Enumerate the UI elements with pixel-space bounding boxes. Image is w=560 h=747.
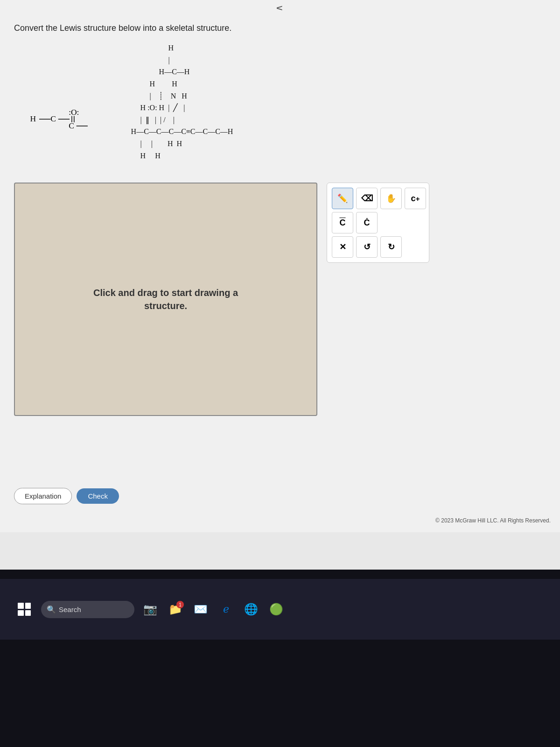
hand-tool-button[interactable]: ✋ [380, 188, 402, 209]
c-minus-tool-button[interactable]: C [332, 212, 353, 233]
main-content: ∨ Convert the Lewis structure below into… [0, 0, 560, 532]
question-text: Convert the Lewis structure below into a… [14, 23, 546, 33]
taskbar: 🔍 📷 📁 1 ✉️ ℯ 🌐 🟢 [0, 579, 560, 640]
drawing-area-container: Click and drag to start drawing a struct… [14, 183, 546, 416]
undo-tool-button[interactable]: ↺ [356, 236, 378, 258]
check-button[interactable]: Check [77, 488, 119, 504]
c-plus-tool-button[interactable]: c+ [405, 188, 426, 209]
browser2-icon: 🌐 [244, 603, 258, 616]
pencil-tool-button[interactable]: ✏️ [332, 188, 353, 209]
lewis-structure-diagram: H C :O: C [23, 42, 341, 173]
c-dot-tool-button[interactable]: Ċ [356, 212, 378, 233]
copyright-text: © 2023 McGraw Hill LLC. All Rights Reser… [435, 517, 551, 524]
folder-badge: 1 [176, 601, 184, 608]
chevron-icon[interactable]: ∨ [277, 2, 284, 14]
search-icon: 🔍 [47, 605, 56, 614]
tool-panel: ✏️ ⌫ ✋ c+ C Ċ ✕ ↺ ↻ [327, 183, 429, 263]
bottom-buttons: Explanation Check [14, 488, 119, 504]
start-button[interactable] [14, 599, 35, 620]
edge-icon: ℯ [223, 603, 229, 615]
taskbar-icon-app[interactable]: 🟢 [267, 600, 286, 619]
app-icon: 🟢 [269, 603, 283, 616]
taskbar-icon-camera[interactable]: 📷 [141, 600, 160, 619]
redo-tool-button[interactable]: ↻ [380, 236, 402, 258]
taskbar-icon-browser2[interactable]: 🌐 [242, 600, 260, 619]
taskbar-icon-mail[interactable]: ✉️ [191, 600, 210, 619]
search-container: 🔍 [41, 601, 134, 618]
taskbar-icon-folder[interactable]: 📁 1 [166, 600, 185, 619]
taskbar-icon-edge[interactable]: ℯ [217, 600, 235, 619]
mail-icon: ✉️ [194, 603, 208, 616]
delete-tool-button[interactable]: ✕ [332, 236, 353, 258]
explanation-button[interactable]: Explanation [14, 488, 72, 504]
drawing-canvas[interactable]: Click and drag to start drawing a struct… [14, 183, 317, 416]
drawing-hint-line1: Click and drag to start drawing a [93, 286, 238, 299]
drawing-hint-line2: structure. [144, 299, 187, 312]
eraser-tool-button[interactable]: ⌫ [356, 188, 378, 209]
camera-icon: 📷 [143, 603, 157, 616]
